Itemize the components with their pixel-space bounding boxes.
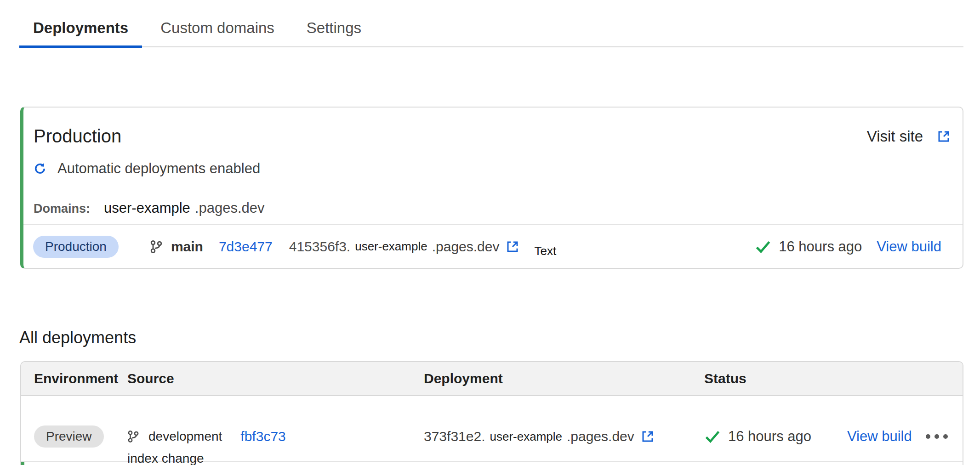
tab-custom-domains[interactable]: Custom domains (147, 9, 288, 46)
tab-bar: Deployments Custom domains Settings (19, 9, 963, 47)
deployment-domain: user-example (355, 239, 427, 254)
domains-label: Domains: (34, 202, 90, 216)
table-row: Preview development fbf3c73 index change (21, 396, 963, 462)
column-header-status: Status (704, 371, 963, 386)
deployment-domain-suffix: .pages.dev (432, 239, 500, 255)
external-link-icon (937, 130, 951, 143)
column-header-environment: Environment (34, 371, 127, 386)
tab-settings-label: Settings (307, 19, 361, 37)
domain-name: user-example (104, 200, 190, 216)
all-deployments-heading: All deployments (19, 328, 136, 347)
refresh-icon (34, 162, 46, 175)
commit-message: index change (127, 451, 424, 465)
deployment-time: 16 hours ago (728, 428, 811, 445)
branch-name: main (171, 239, 203, 255)
more-actions-button[interactable] (926, 434, 948, 439)
deployments-table: Environment Source Deployment Status Pre… (20, 361, 963, 465)
production-card: Production Visit site Automatic deployme… (20, 107, 963, 269)
domain-suffix: .pages.dev (195, 200, 265, 216)
tab-settings[interactable]: Settings (293, 9, 375, 46)
visit-site-link[interactable]: Visit site (867, 128, 951, 145)
external-link-icon[interactable] (641, 430, 655, 443)
tab-deployments[interactable]: Deployments (19, 9, 142, 46)
visit-site-label: Visit site (867, 128, 923, 145)
commit-link[interactable]: 7d3e477 (219, 239, 273, 255)
deployment-id: 373f31e2. (424, 429, 485, 444)
environment-badge: Production (33, 236, 119, 258)
git-branch-icon (150, 239, 163, 255)
success-check-icon (755, 240, 771, 254)
view-build-link[interactable]: View build (877, 238, 941, 255)
table-header-row: Environment Source Deployment Status (21, 362, 963, 396)
auto-deploy-text: Automatic deployments enabled (57, 160, 260, 177)
production-deployment-row: Production main 7d3e477 415356f3. user-e… (23, 224, 963, 268)
column-header-source: Source (127, 371, 424, 386)
commit-note: Text (534, 244, 556, 258)
environment-badge: Preview (34, 425, 104, 448)
tab-deployments-label: Deployments (33, 19, 128, 37)
tab-custom-domains-label: Custom domains (160, 19, 274, 37)
deployment-id: 415356f3. (289, 239, 350, 255)
view-build-link[interactable]: View build (847, 428, 912, 445)
commit-link[interactable]: fbf3c73 (240, 429, 285, 444)
branch-name: development (148, 429, 222, 444)
production-card-title: Production (34, 126, 121, 147)
success-check-icon (704, 430, 721, 443)
deployment-domain: user-example (490, 430, 562, 444)
external-link-icon[interactable] (506, 240, 519, 254)
column-header-deployment: Deployment (424, 371, 704, 386)
deployment-time: 16 hours ago (779, 238, 862, 255)
git-branch-icon (127, 429, 139, 444)
deployment-domain-suffix: .pages.dev (567, 429, 634, 444)
